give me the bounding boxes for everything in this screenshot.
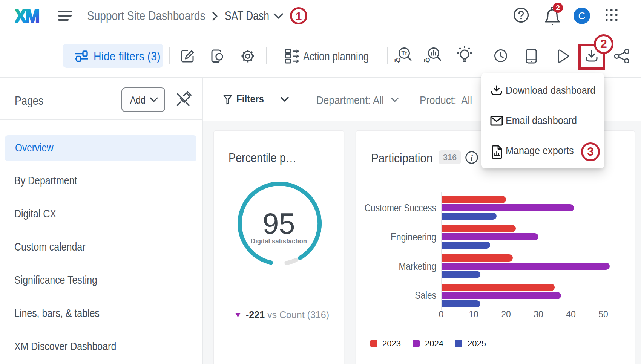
svg-text:Tt: Tt	[401, 50, 407, 57]
svg-text:iQ: iQ	[394, 57, 400, 63]
svg-text:i: i	[471, 153, 473, 162]
svg-text:iQ: iQ	[424, 57, 430, 63]
svg-text:XM: XM	[15, 6, 39, 26]
